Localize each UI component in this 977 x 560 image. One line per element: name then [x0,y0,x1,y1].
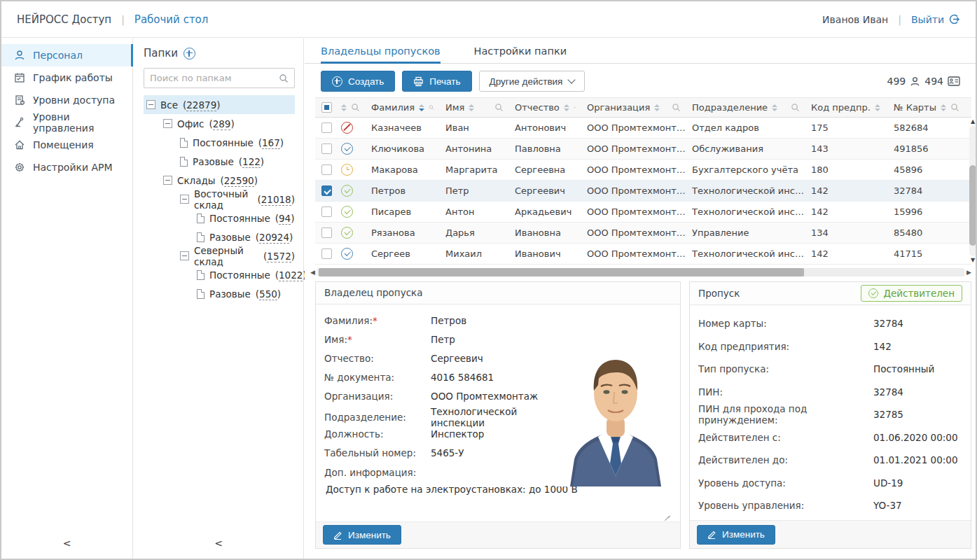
table-row[interactable]: Писарев Антон Аркадьевич ООО Промтехмонт… [315,202,971,223]
people-count: 499 [887,76,906,87]
search-icon[interactable] [494,103,504,112]
tree-item-permanent[interactable]: Постоянные94 [144,209,295,227]
sort-status-icon[interactable] [341,104,347,111]
sidebar-item-schedule[interactable]: График работы [1,66,132,89]
collapse-node-icon[interactable] [163,119,172,128]
search-icon[interactable] [791,103,800,112]
column-header[interactable]: Подразделение [692,102,768,113]
collapse-node-icon[interactable] [146,100,155,109]
print-button[interactable]: Печать [402,71,471,92]
document-icon [197,214,205,223]
access-levels-icon [14,94,25,106]
sort-icon[interactable] [941,104,946,111]
sort-icon[interactable] [469,104,474,111]
search-icon[interactable] [574,103,576,112]
row-checkbox[interactable] [321,122,332,133]
extra-info-textarea[interactable]: Доступ к работе на электроустановках: до… [324,481,672,522]
table-row[interactable]: Ключикова Антонина Павловна ООО Промтехм… [315,139,971,160]
row-checkbox[interactable] [321,227,332,238]
sort-icon[interactable] [772,104,777,111]
sidebar-collapse-button[interactable]: < [1,538,132,549]
tab-folder-settings[interactable]: Настройки папки [474,38,567,63]
table-row-selected[interactable]: Петров Петр Сергеевич ООО Промтехмонтаж … [315,181,971,202]
table-horizontal-scrollbar[interactable]: ◀ ▶ [310,267,971,277]
status-icon [341,206,353,218]
row-checkbox[interactable] [321,144,332,154]
pass-owner-panel: Владелец пропуска Фамилия:*Петров Имя:*П… [315,281,681,549]
create-button[interactable]: Создать [321,71,395,92]
column-header[interactable]: Имя [445,102,464,113]
column-header[interactable]: Организация [587,102,650,113]
scroll-up-icon[interactable]: ▲ [971,118,975,126]
table-row[interactable]: Макарова Маргарита Сергеевна ООО Промтех… [315,160,971,181]
field-value: 4016 584681 [431,372,559,383]
collapse-node-icon[interactable] [180,195,189,204]
resize-grip-icon[interactable] [664,514,670,520]
sidebar-item-personnel[interactable]: Персонал [1,44,132,66]
horizontal-scroll-thumb[interactable] [319,268,804,276]
sort-icon[interactable] [875,104,880,111]
sidebar-item-access-levels[interactable]: Уровни доступа [1,89,132,111]
pass-owners-table: Фамилия Имя Отчество Организация Подразд… [315,97,971,265]
table-row[interactable]: Рязанова Дарья Ивановна ООО Промтехмонта… [315,223,971,244]
sort-icon[interactable] [654,104,660,111]
row-checkbox[interactable] [321,186,332,196]
add-folder-icon[interactable] [183,48,195,59]
sidebar-item-arm-settings[interactable]: Настройки АРМ [1,156,132,178]
collapse-node-icon[interactable] [163,176,172,185]
table-vertical-scrollbar[interactable]: ▲ ▼ [968,118,977,265]
tree-item-office[interactable]: Офис289 [144,114,295,133]
logout-button[interactable]: Выйти [911,13,960,25]
tree-item-single[interactable]: Разовые550 [144,284,295,303]
row-checkbox[interactable] [321,206,332,217]
column-header[interactable]: Код предпр. [811,102,871,113]
vertical-scroll-thumb[interactable] [969,165,976,246]
row-checkbox[interactable] [321,164,332,175]
column-header[interactable]: № Карты [894,102,936,113]
tab-pass-owners[interactable]: Владельцы пропусков [321,38,441,63]
field-value: 32784 [873,386,962,398]
sort-icon[interactable] [419,104,424,111]
tree-item-single[interactable]: Разовые20924 [144,227,295,246]
scroll-down-icon[interactable]: ▼ [971,256,975,265]
sidebar-item-label: Персонал [33,50,83,61]
main-sidebar: Персонал График работы Уровни доступа Ур… [1,38,133,559]
sidebar-item-rooms[interactable]: Помещения [1,134,132,156]
search-icon[interactable] [429,103,434,112]
select-all-checkbox[interactable] [321,102,332,113]
folder-search-input[interactable] [150,73,279,83]
tree-item-single[interactable]: Разовые122 [144,152,295,171]
scroll-right-icon[interactable]: ▶ [966,269,971,276]
search-icon[interactable] [950,103,959,112]
calendar-icon [14,72,25,83]
scroll-left-icon[interactable]: ◀ [310,269,315,276]
tree-item-all[interactable]: Все22879 [144,95,295,114]
edit-owner-button[interactable]: Изменить [323,525,401,545]
search-icon[interactable] [351,103,360,112]
search-icon[interactable] [672,103,681,112]
table-row[interactable]: Сергеев Михаил Иванович ООО Промтехмонта… [315,244,971,265]
search-icon[interactable] [279,74,289,83]
top-bar: НЕЙРОСС Доступ | Рабочий стол Иванов Ива… [1,1,976,38]
edit-pass-button[interactable]: Изменить [697,525,775,545]
table-row[interactable]: Казначеев Иван Антонович ООО Промтехмонт… [315,118,971,139]
tree-item-permanent[interactable]: Постоянные167 [144,133,295,152]
tree-item-north-warehouse[interactable]: Северный склад1572 [144,246,295,265]
tree-item-permanent[interactable]: Постоянные1022 [144,265,295,284]
status-icon [341,248,353,260]
row-checkbox[interactable] [321,248,332,259]
sidebar-item-control-levels[interactable]: Уровни управления [1,111,132,134]
sort-icon[interactable] [564,104,569,111]
column-header[interactable]: Отчество [515,102,560,113]
tree-item-east-warehouse[interactable]: Восточный склад21018 [144,190,295,209]
collapse-node-icon[interactable] [180,251,189,260]
folders-collapse-button[interactable]: < [134,538,303,549]
column-header[interactable]: Фамилия [371,102,415,113]
main-content: Владельцы пропусков Настройки папки Созд… [305,38,976,559]
tree-item-warehouses[interactable]: Склады22590 [144,171,295,190]
field-value: UD-19 [873,477,962,489]
workspace-link[interactable]: Рабочий стол [134,13,209,26]
field-value: YO-37 [873,500,962,511]
logout-icon [948,13,960,25]
more-actions-button[interactable]: Другие действия [479,71,585,92]
